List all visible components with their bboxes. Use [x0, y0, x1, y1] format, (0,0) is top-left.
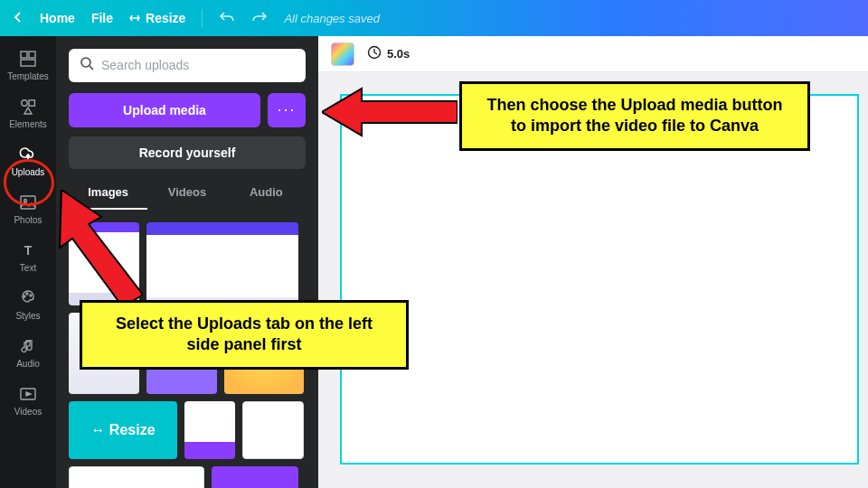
- templates-icon: [19, 50, 37, 68]
- annotation-callout-uploads-tab: Select the Uploads tab on the left side …: [80, 300, 409, 370]
- rail-label: Uploads: [12, 167, 45, 177]
- top-bar: Home File Resize All changes saved: [0, 0, 868, 36]
- svg-marker-14: [322, 89, 458, 136]
- undo-icon[interactable]: [219, 11, 235, 26]
- color-picker[interactable]: [331, 42, 354, 66]
- tab-videos[interactable]: Videos: [147, 185, 226, 210]
- upload-thumbnail[interactable]: [69, 466, 204, 488]
- rail-label: Photos: [14, 215, 42, 225]
- tab-audio[interactable]: Audio: [227, 185, 306, 210]
- annotation-arrow-uploads-tab: [52, 190, 143, 307]
- text-icon: T: [19, 241, 37, 259]
- upload-media-button[interactable]: Upload media: [69, 93, 260, 127]
- file-menu[interactable]: File: [91, 11, 113, 25]
- rail-videos[interactable]: Videos: [0, 377, 56, 425]
- divider: [202, 9, 203, 27]
- rail-uploads[interactable]: Uploads: [0, 137, 56, 185]
- rail-label: Audio: [16, 359, 40, 369]
- upload-thumbnail[interactable]: [212, 466, 298, 488]
- uploads-icon: [19, 145, 37, 164]
- page-duration[interactable]: 5.0s: [367, 45, 410, 62]
- svg-marker-15: [60, 190, 143, 307]
- side-rail: Templates Elements Uploads Photos T Text…: [0, 36, 56, 488]
- search-uploads[interactable]: [69, 49, 306, 82]
- rail-audio[interactable]: Audio: [0, 329, 56, 377]
- annotation-callout-upload: Then choose the Upload media button to i…: [459, 81, 810, 151]
- upload-thumbnail[interactable]: [242, 401, 304, 459]
- svg-rect-1: [29, 52, 35, 58]
- elements-icon: [19, 98, 37, 116]
- annotation-arrow-upload: [322, 85, 458, 148]
- svg-point-10: [30, 295, 32, 296]
- canvas-toolbar: 5.0s: [318, 36, 868, 72]
- save-status: All changes saved: [284, 12, 380, 25]
- rail-label: Text: [20, 263, 36, 273]
- record-yourself-button[interactable]: Record yourself: [69, 136, 306, 170]
- rail-photos[interactable]: Photos: [0, 185, 56, 233]
- svg-rect-4: [29, 100, 34, 106]
- svg-point-12: [81, 58, 90, 67]
- clock-icon: [367, 45, 382, 62]
- upload-thumbnail[interactable]: ↔ Resize: [69, 401, 177, 459]
- styles-icon: [19, 289, 37, 307]
- rail-styles[interactable]: Styles: [0, 281, 56, 329]
- svg-rect-5: [21, 196, 35, 209]
- resize-menu[interactable]: Resize: [129, 11, 185, 25]
- rail-label: Templates: [7, 71, 49, 81]
- rail-label: Elements: [9, 119, 47, 129]
- upload-thumbnail[interactable]: [184, 401, 235, 459]
- rail-label: Videos: [14, 407, 42, 417]
- videos-icon: [19, 385, 37, 403]
- rail-label: Styles: [15, 311, 40, 321]
- svg-rect-2: [21, 60, 35, 66]
- svg-text:T: T: [24, 243, 33, 258]
- rail-templates[interactable]: Templates: [0, 42, 56, 89]
- audio-icon: [19, 337, 37, 355]
- search-icon: [80, 56, 94, 74]
- svg-rect-0: [21, 52, 27, 58]
- home-link[interactable]: Home: [40, 11, 75, 25]
- photos-icon: [19, 193, 37, 211]
- search-input[interactable]: [101, 58, 295, 72]
- svg-point-8: [24, 296, 25, 297]
- duration-value: 5.0s: [387, 47, 410, 61]
- upload-more-button[interactable]: ···: [268, 93, 306, 127]
- back-icon[interactable]: [13, 11, 24, 25]
- rail-elements[interactable]: Elements: [0, 89, 56, 137]
- svg-point-3: [22, 100, 27, 106]
- upload-thumbnail[interactable]: [146, 222, 298, 305]
- rail-text[interactable]: T Text: [0, 233, 56, 281]
- redo-icon[interactable]: [251, 11, 268, 26]
- svg-point-9: [26, 293, 28, 295]
